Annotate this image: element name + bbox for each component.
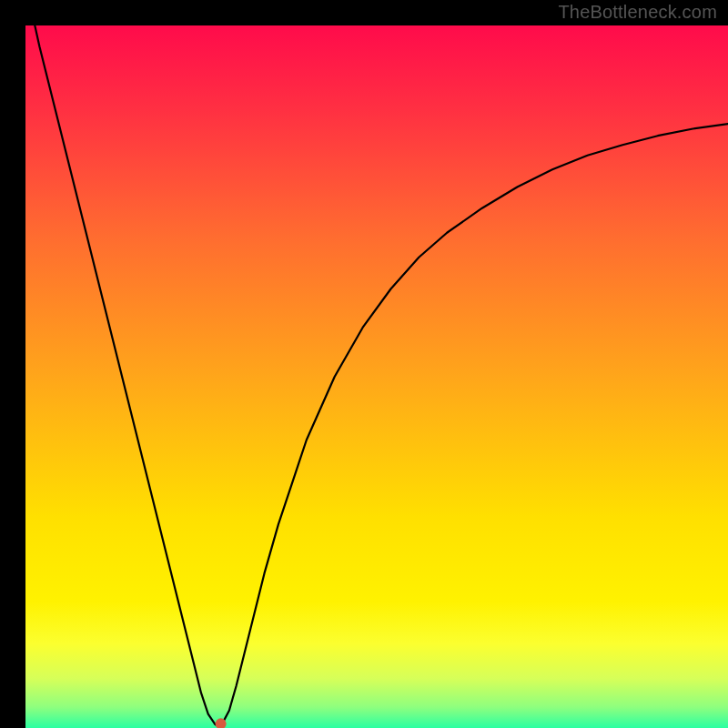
watermark-text: TheBottleneck.com <box>558 2 717 23</box>
bottleneck-chart <box>25 25 728 728</box>
plot-frame <box>13 13 715 715</box>
gradient-bg <box>25 25 728 728</box>
